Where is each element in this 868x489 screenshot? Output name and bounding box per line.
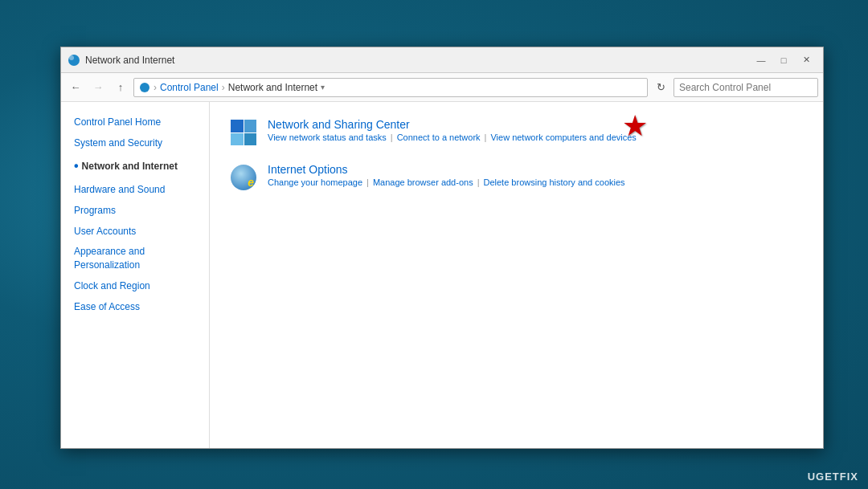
watermark: UGETFIX (808, 471, 858, 483)
internet-options-links: Change your homepage | Manage browser ad… (268, 177, 625, 187)
link-change-homepage[interactable]: Change your homepage (268, 177, 362, 187)
explorer-window: Network and Internet — □ ✕ ← → ↑ › Contr… (60, 47, 824, 449)
sidebar-item-clock-region[interactable]: Clock and Region (61, 275, 209, 296)
internet-options-icon (229, 163, 258, 192)
net-icon-q1 (231, 120, 244, 132)
link-manage-addons[interactable]: Manage browser add-ons (373, 177, 473, 187)
net-icon-q2 (244, 120, 257, 132)
link-delete-history[interactable]: Delete browsing history and cookies (484, 177, 625, 187)
network-sharing-links: View network status and tasks | Connect … (268, 132, 637, 142)
internet-options-info: Internet Options Change your homepage | … (268, 163, 625, 187)
sep3: | (366, 177, 369, 187)
sidebar-item-user-accounts[interactable]: User Accounts (61, 221, 209, 242)
sidebar-item-control-panel-home[interactable]: Control Panel Home (61, 112, 209, 132)
back-button[interactable]: ← (66, 78, 85, 97)
link-connect-network[interactable]: Connect to a network (397, 132, 481, 142)
network-sharing-title[interactable]: Network and Sharing Center (268, 118, 637, 131)
network-sharing-icon (229, 118, 258, 147)
svg-point-2 (140, 83, 149, 92)
title-bar-left: Network and Internet (68, 54, 174, 67)
svg-point-1 (69, 55, 74, 60)
section-internet-options: Internet Options Change your homepage | … (229, 163, 804, 192)
sidebar-item-appearance-personalization[interactable]: Appearance and Personalization (61, 242, 209, 275)
search-input[interactable] (674, 78, 818, 97)
content-area: Control Panel Home System and Security N… (61, 102, 823, 448)
sidebar-item-programs[interactable]: Programs (61, 200, 209, 221)
sep4: | (477, 177, 480, 187)
forward-button[interactable]: → (88, 78, 108, 97)
ie-icon (231, 165, 256, 190)
internet-options-title[interactable]: Internet Options (268, 163, 625, 176)
maximize-button[interactable]: □ (773, 52, 794, 68)
address-bar: ← → ↑ › Control Panel › Network and Inte… (61, 73, 823, 102)
home-icon (139, 82, 150, 93)
window-title: Network and Internet (85, 55, 174, 66)
breadcrumb-sep1: › (154, 82, 157, 93)
up-button[interactable]: ↑ (111, 78, 130, 97)
breadcrumb-current: Network and Internet (228, 82, 317, 93)
minimize-button[interactable]: — (751, 52, 772, 68)
title-bar: Network and Internet — □ ✕ (61, 47, 823, 73)
address-input[interactable]: › Control Panel › Network and Internet ▾ (133, 78, 648, 97)
breadcrumb: › Control Panel › Network and Internet (139, 82, 317, 93)
window-controls: — □ ✕ (751, 52, 817, 68)
close-button[interactable]: ✕ (796, 52, 817, 68)
sidebar-item-network-internet[interactable]: Network and Internet (61, 153, 209, 179)
sep1: | (391, 132, 393, 142)
sidebar: Control Panel Home System and Security N… (61, 102, 210, 448)
sep2: | (485, 132, 487, 142)
main-content: Network and Sharing Center View network … (210, 102, 823, 448)
network-icon-grid (231, 120, 256, 145)
net-icon-q3 (231, 133, 244, 146)
link-view-status[interactable]: View network status and tasks (268, 132, 387, 142)
net-icon-q4 (244, 133, 257, 146)
link-view-computers[interactable]: View network computers and devices (490, 132, 636, 142)
address-chevron[interactable]: ▾ (321, 83, 325, 92)
refresh-button[interactable]: ↻ (651, 78, 670, 97)
network-sharing-info: Network and Sharing Center View network … (268, 118, 637, 142)
window-icon (68, 54, 80, 67)
sidebar-item-system-security[interactable]: System and Security (61, 132, 209, 153)
sidebar-item-hardware-sound[interactable]: Hardware and Sound (61, 179, 209, 200)
breadcrumb-control-panel[interactable]: Control Panel (160, 82, 219, 93)
section-network-sharing: Network and Sharing Center View network … (229, 118, 804, 147)
sidebar-item-ease-access[interactable]: Ease of Access (61, 296, 209, 317)
breadcrumb-sep2: › (222, 82, 225, 93)
